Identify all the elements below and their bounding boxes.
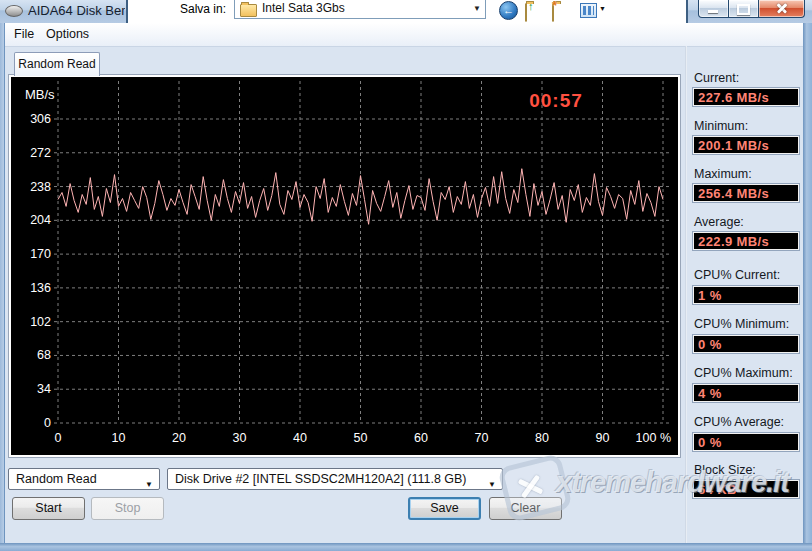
svg-text:0: 0 xyxy=(44,416,51,430)
maximize-button[interactable] xyxy=(729,0,758,18)
folder-icon xyxy=(525,3,527,22)
window-border-bottom xyxy=(0,543,812,551)
svg-text:170: 170 xyxy=(30,247,51,261)
svg-text:50: 50 xyxy=(354,431,368,445)
stop-button[interactable]: Stop xyxy=(91,497,164,520)
clear-button[interactable]: Clear xyxy=(489,497,562,520)
x-icon xyxy=(521,475,540,499)
stat-value-cpu-minimum: 0 % xyxy=(693,335,799,353)
chevron-down-icon[interactable]: ▼ xyxy=(473,4,481,13)
stat-value-minimum: 200.1 MB/s xyxy=(693,136,799,154)
stat-label-cpu-current: CPU% Current: xyxy=(694,268,780,282)
minimize-button[interactable] xyxy=(698,0,729,18)
new-marker-icon: * xyxy=(552,0,557,13)
folder-icon xyxy=(240,4,257,17)
chart-frame: 0102030405060708090100 %3062722382041701… xyxy=(8,74,681,458)
panel-divider xyxy=(685,46,687,543)
stat-label-cpu-average: CPU% Average: xyxy=(694,415,784,429)
svg-text:68: 68 xyxy=(37,348,51,362)
stat-label-block-size: Block Size: xyxy=(694,463,756,477)
svg-text:136: 136 xyxy=(30,281,51,295)
views-icon[interactable] xyxy=(580,3,597,18)
menu-options[interactable]: Options xyxy=(40,26,95,42)
stat-label-cpu-maximum: CPU% Maximum: xyxy=(694,366,793,380)
stat-label-minimum: Minimum: xyxy=(694,119,748,133)
save-dialog-fragment: Salva in: Intel Sata 3Gbs ▼ ← ↑ * ▼ xyxy=(126,0,688,23)
svg-text:MB/s: MB/s xyxy=(25,87,55,102)
stat-label-cpu-minimum: CPU% Minimum: xyxy=(694,317,789,331)
svg-text:306: 306 xyxy=(30,112,51,126)
tab-random-read[interactable]: Random Read xyxy=(14,52,100,76)
window-border-right xyxy=(803,23,812,543)
svg-text:10: 10 xyxy=(112,431,126,445)
svg-text:34: 34 xyxy=(37,382,51,396)
chevron-down-icon[interactable]: ▼ xyxy=(599,5,606,12)
stat-value-block-size: 64 KB xyxy=(693,480,799,498)
drive-value: Disk Drive #2 [INTEL SSDSC2MH120A2] (111… xyxy=(175,472,467,486)
save-button[interactable]: Save xyxy=(408,497,481,520)
svg-text:0: 0 xyxy=(55,431,62,445)
benchmark-chart: 0102030405060708090100 %3062722382041701… xyxy=(11,77,678,455)
svg-text:00:57: 00:57 xyxy=(529,90,583,111)
stat-value-maximum: 256.4 MB/s xyxy=(693,184,799,202)
chevron-down-icon: ▼ xyxy=(145,475,153,490)
aida64-disk-benchmark-window: AIDA64 Disk Bench Salva in: Intel Sata 3… xyxy=(0,0,812,551)
svg-text:30: 30 xyxy=(233,431,247,445)
svg-text:238: 238 xyxy=(30,180,51,194)
svg-text:90: 90 xyxy=(596,431,610,445)
svg-text:20: 20 xyxy=(172,431,186,445)
stat-value-cpu-average: 0 % xyxy=(693,433,799,451)
svg-text:80: 80 xyxy=(535,431,549,445)
svg-text:60: 60 xyxy=(414,431,428,445)
stat-label-maximum: Maximum: xyxy=(694,167,752,181)
maximize-icon xyxy=(737,4,750,15)
chevron-down-icon: ▼ xyxy=(488,475,496,490)
save-in-label: Salva in: xyxy=(180,2,226,16)
svg-text:102: 102 xyxy=(30,315,51,329)
menu-bar: File Options xyxy=(4,23,803,47)
svg-text:70: 70 xyxy=(475,431,489,445)
svg-text:204: 204 xyxy=(30,213,51,227)
stat-value-cpu-current: 1 % xyxy=(693,286,799,304)
close-button[interactable] xyxy=(758,0,805,18)
save-location-value: Intel Sata 3Gbs xyxy=(262,1,345,15)
x-icon xyxy=(518,479,544,495)
back-icon[interactable]: ← xyxy=(499,1,518,20)
stat-value-current: 227.6 MB/s xyxy=(693,88,799,106)
disk-icon xyxy=(5,5,23,17)
drive-select[interactable]: Disk Drive #2 [INTEL SSDSC2MH120A2] (111… xyxy=(167,468,503,490)
save-location-combobox[interactable]: Intel Sata 3Gbs ▼ xyxy=(234,0,486,19)
stat-value-cpu-maximum: 4 % xyxy=(693,384,799,402)
title-bar-left: AIDA64 Disk Bench xyxy=(5,3,125,18)
chart-plot-area: 0102030405060708090100 %3062722382041701… xyxy=(11,77,678,455)
new-folder-icon[interactable]: * xyxy=(552,4,554,22)
up-arrow-icon: ↑ xyxy=(528,0,534,12)
window-controls xyxy=(698,0,805,18)
window-title: AIDA64 Disk Bench xyxy=(28,3,125,18)
svg-text:40: 40 xyxy=(293,431,307,445)
stat-value-average: 222.9 MB/s xyxy=(693,232,799,250)
test-type-select[interactable]: Random Read ▼ xyxy=(8,468,160,490)
svg-text:100 %: 100 % xyxy=(636,431,671,445)
test-type-value: Random Read xyxy=(16,472,97,486)
window-border-left xyxy=(0,23,5,543)
stat-label-average: Average: xyxy=(694,215,744,229)
svg-text:272: 272 xyxy=(30,146,51,160)
start-button[interactable]: Start xyxy=(12,497,85,520)
up-folder-icon[interactable]: ↑ xyxy=(525,4,527,22)
minimize-icon xyxy=(708,10,718,13)
menu-file[interactable]: File xyxy=(8,26,40,42)
stat-label-current: Current: xyxy=(694,71,739,85)
